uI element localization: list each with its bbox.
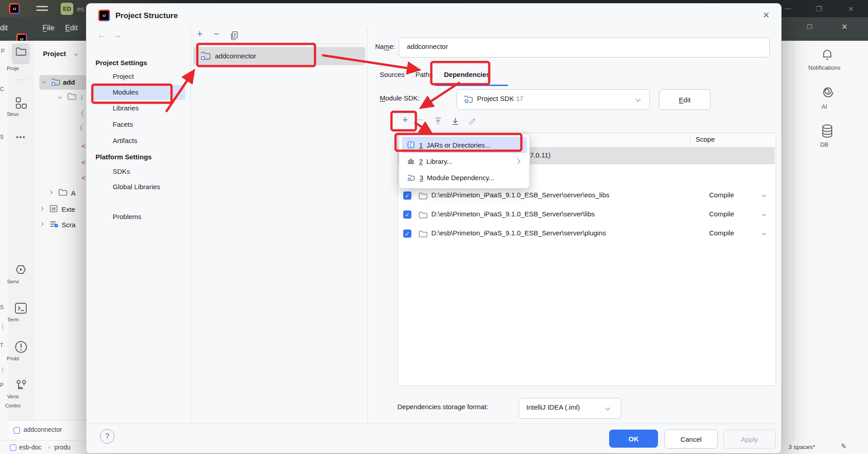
chevron-down-icon[interactable] (762, 212, 766, 216)
cancel-button[interactable]: Cancel (664, 430, 718, 449)
storage-format-label: Dependencies storage format: (397, 403, 488, 411)
more-tools-icon[interactable]: ••• (8, 133, 34, 141)
tree-item-folder[interactable]: .i (79, 93, 83, 101)
nav-item-facets[interactable]: Facets (113, 120, 133, 128)
edge-fragment: T (0, 342, 3, 349)
terminal-icon[interactable] (14, 302, 27, 315)
tree-item-clipped: ( (80, 123, 83, 132)
nav-section-project-settings: Project Settings (95, 59, 147, 67)
apply-button[interactable]: Apply (723, 430, 776, 449)
project-structure-dialog: Project Structure ✕ ← → Project Settings… (86, 3, 782, 454)
table-row[interactable]: ✓ D:\esb\Primeton_iPaaS_9.1.0_ESB_Server… (398, 205, 775, 224)
popup-item-library[interactable]: 2 Library... (402, 153, 527, 169)
status-indent-indicator[interactable]: 3 spaces* (788, 444, 815, 450)
nav-item-sdks[interactable]: SDKs (113, 167, 130, 175)
notifications-bell-icon[interactable] (821, 48, 834, 62)
forward-icon[interactable]: → (113, 30, 122, 40)
back-icon[interactable]: ← (97, 30, 106, 40)
chevron-down-icon[interactable] (762, 193, 766, 197)
scope-value[interactable]: Compile (709, 191, 734, 199)
status-project-name[interactable]: esb-doc (19, 444, 42, 451)
popup-item-jars-or-directories[interactable]: 1 JARs or Directories... (402, 137, 527, 153)
tree-item-scratches[interactable]: Scra (62, 221, 76, 229)
name-input[interactable]: addconnector (399, 38, 770, 57)
popup-item-label: Module Dependency... (427, 174, 494, 182)
nav-item-modules[interactable]: Modules (113, 88, 138, 96)
row-checkbox[interactable]: ✓ (403, 210, 411, 219)
library-icon (407, 158, 415, 165)
hamburger-menu-icon[interactable] (36, 6, 48, 11)
table-row[interactable]: ✓ D:\esb\Primeton_iPaaS_9.1.0_ESB_Server… (398, 186, 775, 205)
help-icon[interactable]: ? (100, 429, 114, 444)
chevron-right-icon[interactable] (49, 191, 52, 194)
nav-item-global-libraries[interactable]: Global Libraries (113, 183, 160, 191)
ok-button[interactable]: OK (609, 430, 658, 448)
outer-minimize-icon[interactable]: — (784, 4, 791, 12)
storage-format-select[interactable]: IntelliJ IDEA (.iml) (519, 398, 621, 419)
edge-fragment: S (0, 304, 4, 311)
edit-dependency-icon[interactable] (468, 117, 477, 125)
structure-icon[interactable] (15, 97, 27, 109)
nav-item-artifacts[interactable]: Artifacts (113, 137, 137, 144)
remove-module-icon[interactable]: − (214, 28, 219, 40)
dialog-title: Project Structure (115, 11, 178, 20)
version-control-icon[interactable] (15, 379, 27, 392)
edge-fragment: P (0, 382, 4, 388)
module-breadcrumb[interactable]: addconnector (24, 426, 62, 433)
footer-separator (86, 424, 780, 424)
menu-edit[interactable]: Edit (65, 24, 78, 32)
move-up-icon[interactable] (434, 117, 442, 126)
scope-column-header[interactable]: Scope (696, 135, 715, 143)
chevron-right-icon[interactable] (40, 222, 43, 226)
problems-icon[interactable] (14, 340, 28, 354)
database-icon[interactable] (821, 124, 834, 139)
tree-item-folder-a[interactable]: A (71, 189, 76, 197)
tab-dependencies[interactable]: Dependencies (444, 71, 490, 78)
dialog-close-icon[interactable]: ✕ (763, 10, 770, 20)
maximize-icon[interactable]: □ (807, 22, 812, 31)
add-dependency-icon[interactable]: + (402, 114, 408, 126)
scope-value[interactable]: Compile (709, 210, 734, 218)
nav-item-libraries[interactable]: Libraries (113, 104, 139, 112)
project-tool-window: Project add .i ( ( < < < A Exte Scra (34, 41, 86, 440)
close-icon[interactable]: ✕ (841, 22, 848, 32)
screen: ED es — ❐ ✕ dit File Edit □ ✕ P C S S T … (0, 0, 868, 454)
behind-menu-fragment: dit (0, 24, 8, 32)
remove-dependency-icon[interactable]: − (417, 114, 423, 126)
edit-sdk-button[interactable]: Edit (659, 89, 711, 110)
edge-fragment: P (1, 48, 5, 54)
row-checkbox[interactable]: ✓ (403, 229, 411, 238)
services-icon[interactable] (14, 264, 28, 277)
chevron-down-icon[interactable] (74, 52, 78, 56)
popup-item-module-dependency[interactable]: 3 Module Dependency... (402, 169, 527, 186)
menu-file[interactable]: File (43, 24, 54, 32)
ai-icon[interactable] (822, 86, 835, 99)
edge-fragment: C (0, 86, 4, 92)
write-lock-icon[interactable]: ✎ (841, 442, 847, 450)
edge-fragment: S (0, 134, 4, 140)
nav-item-modules-selection[interactable] (93, 85, 185, 100)
nav-item-project[interactable]: Project (113, 72, 134, 80)
tree-item-addconnector[interactable]: add (63, 78, 75, 86)
table-row[interactable]: ✓ D:\esb\Primeton_iPaaS_9.1.0_ESB_Server… (398, 224, 775, 243)
move-down-icon[interactable] (451, 117, 459, 126)
tab-sources[interactable]: Sources (380, 71, 405, 78)
nav-item-problems[interactable]: Problems (113, 213, 141, 220)
stripe-divider (14, 80, 28, 80)
tree-item-clipped-xml: < (81, 142, 86, 150)
scope-value[interactable]: Compile (709, 229, 734, 237)
chevron-down-icon[interactable] (762, 231, 766, 235)
chevron-right-icon[interactable] (40, 207, 43, 210)
tree-item-external-libraries[interactable]: Exte (62, 205, 75, 213)
module-folder-icon (407, 174, 415, 181)
outer-close-icon[interactable]: ✕ (848, 5, 854, 13)
tab-paths[interactable]: Paths (415, 71, 433, 78)
status-breadcrumb[interactable]: produ (54, 444, 71, 451)
outer-restore-icon[interactable]: ❐ (816, 5, 822, 13)
project-panel-header[interactable]: Project (43, 50, 66, 57)
add-module-icon[interactable]: + (197, 28, 203, 40)
module-sdk-select[interactable]: Project SDK 17 (457, 89, 650, 110)
row-checkbox[interactable]: ✓ (403, 191, 411, 200)
ed-app-badge[interactable]: ED (61, 3, 73, 15)
copy-module-icon[interactable] (230, 31, 239, 41)
